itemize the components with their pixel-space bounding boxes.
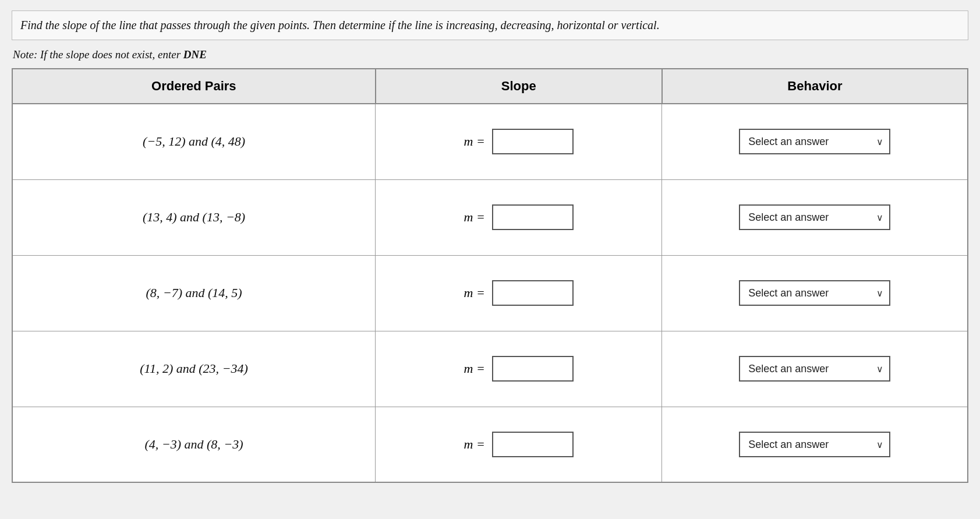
- slope-input-4[interactable]: [492, 356, 574, 382]
- slope-label-3: m =: [464, 285, 485, 301]
- behavior-cell-3: Select an answerIncreasingDecreasingHori…: [662, 255, 968, 331]
- behavior-select-2[interactable]: Select an answerIncreasingDecreasingHori…: [739, 204, 890, 230]
- slope-input-1[interactable]: [492, 129, 574, 154]
- main-table: Ordered Pairs Slope Behavior (−5, 12) an…: [12, 68, 968, 483]
- slope-label-1: m =: [464, 134, 485, 149]
- slope-label-4: m =: [464, 361, 485, 376]
- slope-cell-4: m =: [376, 331, 662, 407]
- table-row: (−5, 12) and (4, 48)m =Select an answerI…: [12, 104, 968, 179]
- ordered-pair-cell-3: (8, −7) and (14, 5): [12, 255, 376, 331]
- slope-input-3[interactable]: [492, 280, 574, 306]
- instructions-box: Find the slope of the line that passes t…: [12, 10, 968, 40]
- ordered-pair-cell-5: (4, −3) and (8, −3): [12, 407, 376, 482]
- behavior-cell-5: Select an answerIncreasingDecreasingHori…: [662, 407, 968, 482]
- behavior-select-3[interactable]: Select an answerIncreasingDecreasingHori…: [739, 280, 890, 306]
- behavior-cell-1: Select an answerIncreasingDecreasingHori…: [662, 104, 968, 179]
- behavior-cell-4: Select an answerIncreasingDecreasingHori…: [662, 331, 968, 407]
- slope-cell-3: m =: [376, 255, 662, 331]
- table-row: (8, −7) and (14, 5)m =Select an answerIn…: [12, 255, 968, 331]
- ordered-pair-cell-1: (−5, 12) and (4, 48): [12, 104, 376, 179]
- table-row: (11, 2) and (23, −34)m =Select an answer…: [12, 331, 968, 407]
- slope-cell-5: m =: [376, 407, 662, 482]
- slope-input-5[interactable]: [492, 432, 574, 457]
- slope-label-2: m =: [464, 210, 485, 225]
- col-header-ordered-pairs: Ordered Pairs: [12, 69, 376, 104]
- page-container: Find the slope of the line that passes t…: [0, 0, 980, 519]
- ordered-pair-cell-4: (11, 2) and (23, −34): [12, 331, 376, 407]
- behavior-cell-2: Select an answerIncreasingDecreasingHori…: [662, 179, 968, 255]
- behavior-select-1[interactable]: Select an answerIncreasingDecreasingHori…: [739, 129, 890, 154]
- table-row: (13, 4) and (13, −8)m =Select an answerI…: [12, 179, 968, 255]
- slope-cell-1: m =: [376, 104, 662, 179]
- slope-cell-2: m =: [376, 179, 662, 255]
- behavior-select-4[interactable]: Select an answerIncreasingDecreasingHori…: [739, 356, 890, 382]
- ordered-pair-cell-2: (13, 4) and (13, −8): [12, 179, 376, 255]
- col-header-behavior: Behavior: [662, 69, 968, 104]
- note-dne: DNE: [183, 48, 207, 61]
- col-header-slope: Slope: [376, 69, 662, 104]
- table-header-row: Ordered Pairs Slope Behavior: [12, 69, 968, 104]
- slope-label-5: m =: [464, 437, 485, 452]
- behavior-select-5[interactable]: Select an answerIncreasingDecreasingHori…: [739, 432, 890, 457]
- note-prefix: Note: If the slope does not exist, enter: [13, 48, 183, 61]
- slope-input-2[interactable]: [492, 204, 574, 230]
- note-box: Note: If the slope does not exist, enter…: [12, 48, 968, 61]
- instructions-text: Find the slope of the line that passes t…: [20, 19, 660, 31]
- table-row: (4, −3) and (8, −3)m =Select an answerIn…: [12, 407, 968, 482]
